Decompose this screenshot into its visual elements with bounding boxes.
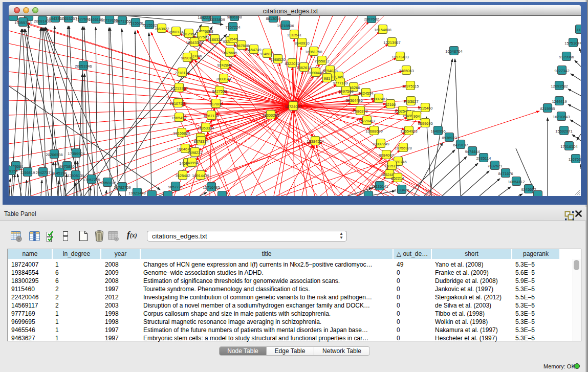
svg-text:16210643: 16210643: [553, 115, 570, 119]
svg-text:20206536: 20206536: [46, 152, 62, 157]
svg-text:17016504: 17016504: [560, 144, 577, 149]
svg-text:18300295: 18300295: [262, 113, 279, 118]
svg-text:9777169: 9777169: [333, 81, 347, 85]
svg-text:9242848: 9242848: [217, 63, 232, 68]
svg-text:11125: 11125: [575, 28, 581, 32]
svg-text:10973493: 10973493: [391, 55, 408, 59]
svg-text:16961758: 16961758: [305, 50, 322, 54]
svg-text:7986372: 7986372: [353, 109, 367, 114]
svg-text:9129966: 9129966: [559, 55, 574, 59]
svg-text:16543382: 16543382: [186, 40, 203, 45]
svg-text:8471676: 8471676: [498, 171, 513, 176]
svg-text:19136141: 19136141: [371, 184, 388, 189]
svg-text:7625402: 7625402: [175, 173, 190, 178]
svg-text:10653257: 10653257: [60, 16, 77, 21]
svg-text:1156819: 1156819: [20, 170, 35, 175]
svg-text:9115460: 9115460: [418, 106, 433, 111]
svg-text:12975115: 12975115: [402, 84, 419, 89]
svg-text:7515526: 7515526: [128, 21, 143, 26]
svg-text:12093582: 12093582: [551, 84, 568, 89]
svg-text:15751074: 15751074: [564, 41, 581, 46]
svg-text:19218506: 19218506: [277, 24, 294, 28]
svg-text:8215955: 8215955: [540, 106, 555, 111]
svg-text:8813054: 8813054: [266, 16, 280, 21]
svg-text:10958107: 10958107: [99, 181, 116, 185]
svg-text:17957225: 17957225: [83, 178, 100, 182]
svg-text:9227342: 9227342: [554, 69, 569, 73]
svg-text:9463627: 9463627: [403, 99, 418, 104]
svg-text:1546: 1546: [229, 37, 238, 41]
svg-text:8186328: 8186328: [207, 37, 222, 42]
svg-text:9084067: 9084067: [379, 153, 394, 158]
svg-text:140994: 140994: [185, 161, 198, 165]
svg-text:62160: 62160: [385, 102, 396, 107]
svg-text:2087682: 2087682: [364, 17, 379, 21]
svg-text:16782759: 16782759: [114, 185, 130, 190]
svg-text:981: 981: [324, 76, 331, 81]
svg-text:6479197: 6479197: [453, 143, 468, 147]
svg-text:19166829: 19166829: [173, 131, 190, 136]
svg-text:7485063: 7485063: [399, 69, 413, 73]
svg-text:3498222: 3498222: [187, 150, 202, 155]
svg-text:10688609: 10688609: [365, 129, 382, 134]
svg-text:989012: 989012: [181, 56, 193, 60]
svg-text:917006: 917006: [209, 102, 222, 106]
svg-text:11353394: 11353394: [198, 126, 214, 130]
svg-text:1733426: 1733426: [394, 188, 409, 192]
svg-text:7632621: 7632621: [487, 164, 502, 168]
svg-text:1145194: 1145194: [52, 171, 67, 176]
svg-text:19654923: 19654923: [400, 129, 417, 134]
svg-text:18724007: 18724007: [285, 104, 301, 109]
svg-text:1244419: 1244419: [552, 99, 567, 104]
svg-text:12213967: 12213967: [383, 40, 400, 45]
svg-text:15716485: 15716485: [203, 185, 220, 190]
svg-text:3824554: 3824554: [358, 91, 373, 96]
svg-text:252214: 252214: [391, 176, 404, 181]
svg-text:9806108: 9806108: [227, 16, 242, 19]
svg-text:2718120: 2718120: [175, 71, 189, 75]
svg-text:8427552: 8427552: [212, 89, 227, 94]
svg-text:9146821: 9146821: [259, 52, 274, 56]
svg-text:15720407: 15720407: [358, 119, 375, 123]
svg-text:16154808: 16154808: [374, 28, 391, 32]
svg-text:19384554: 19384554: [307, 139, 323, 144]
svg-text:904: 904: [413, 114, 420, 119]
svg-text:939154: 939154: [9, 169, 18, 173]
svg-text:1588520: 1588520: [270, 57, 285, 62]
svg-text:1167533: 1167533: [569, 157, 581, 162]
svg-text:6497568: 6497568: [338, 89, 353, 94]
svg-text:19923448: 19923448: [128, 191, 145, 195]
svg-text:7955812: 7955812: [314, 59, 329, 63]
svg-text:16107554: 16107554: [169, 101, 186, 106]
svg-text:9699695: 9699695: [418, 121, 432, 126]
svg-text:8878334: 8878334: [193, 139, 208, 144]
svg-text:10807487: 10807487: [370, 97, 387, 101]
svg-text:10654112: 10654112: [508, 180, 525, 184]
svg-text:1132541: 1132541: [287, 33, 302, 37]
svg-text:1362615: 1362615: [296, 65, 311, 70]
svg-text:1965492: 1965492: [171, 116, 186, 120]
svg-text:8936923: 8936923: [442, 136, 456, 140]
svg-text:1640956: 1640956: [430, 129, 445, 134]
svg-text:12905135: 12905135: [67, 173, 84, 178]
svg-text:8454749: 8454749: [246, 48, 261, 52]
svg-text:20364436: 20364436: [345, 98, 362, 103]
svg-text:7663822: 7663822: [154, 27, 169, 31]
svg-text:17359924: 17359924: [68, 151, 84, 156]
svg-text:16914479: 16914479: [192, 173, 209, 178]
svg-text:12213389: 12213389: [170, 86, 187, 91]
svg-text:2942737: 2942737: [35, 170, 50, 175]
svg-text:16648764: 16648764: [445, 49, 462, 54]
svg-text:19055713: 19055713: [14, 20, 31, 25]
svg-text:8267130: 8267130: [204, 114, 219, 118]
svg-text:2803144: 2803144: [216, 77, 231, 81]
svg-text:1615112: 1615112: [385, 164, 400, 168]
svg-text:8640910: 8640910: [294, 41, 309, 46]
svg-text:10756928: 10756928: [395, 146, 411, 150]
svg-text:16033809: 16033809: [208, 17, 225, 22]
svg-text:9657771: 9657771: [168, 185, 183, 189]
svg-text:8990448: 8990448: [308, 71, 323, 75]
svg-text:15692971: 15692971: [555, 129, 572, 134]
svg-text:3875685: 3875685: [222, 51, 237, 55]
svg-text:18807249: 18807249: [372, 142, 389, 146]
